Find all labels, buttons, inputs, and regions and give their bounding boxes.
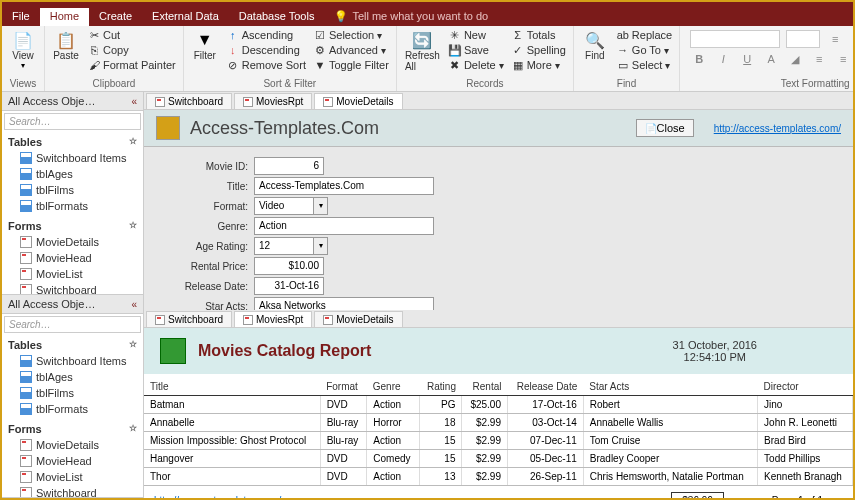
nav-item[interactable]: tblFilms [2, 385, 143, 401]
numbering-button[interactable]: ≡ [850, 30, 855, 48]
refresh-button[interactable]: 🔄Refresh All [401, 28, 444, 74]
bold-button[interactable]: B [690, 50, 708, 68]
nav-group-header[interactable]: Forms☆ [2, 421, 143, 437]
cut-icon: ✂ [88, 29, 100, 41]
nav-header[interactable]: All Access Obje…« [2, 92, 143, 111]
totals-button[interactable]: ΣTotals [509, 28, 569, 42]
age-label: Age Rating: [164, 241, 254, 252]
format-field[interactable]: Video [254, 197, 314, 215]
form-body: Movie ID:6 Title:Access-Templates.Com Fo… [144, 147, 853, 310]
nav-item[interactable]: Switchboard Items [2, 353, 143, 369]
nav-item[interactable]: MovieDetails [2, 437, 143, 453]
tab-moviesrpt[interactable]: MoviesRpt [234, 311, 312, 327]
fill-color-button[interactable]: ◢ [786, 50, 804, 68]
goto-button[interactable]: →Go To ▾ [614, 43, 675, 57]
movie-id-field[interactable]: 6 [254, 157, 324, 175]
genre-field[interactable]: Action [254, 217, 434, 235]
spelling-button[interactable]: ✓Spelling [509, 43, 569, 57]
report-link[interactable]: http://access-templates.com/ [154, 495, 281, 498]
age-dropdown[interactable]: ▾ [314, 237, 328, 255]
nav-item[interactable]: tblAges [2, 369, 143, 385]
tab-moviedetails[interactable]: MovieDetails [314, 93, 402, 109]
nav-item[interactable]: MovieDetails [2, 234, 143, 250]
form-icon [243, 315, 253, 325]
tab-moviesrpt[interactable]: MoviesRpt [234, 93, 312, 109]
nav-item[interactable]: Switchboard [2, 282, 143, 295]
new-button[interactable]: ✳New [446, 28, 507, 42]
remove-sort-button[interactable]: ⊘Remove Sort [224, 58, 309, 72]
bulb-icon: 💡 [334, 10, 348, 22]
selection-icon: ☑ [314, 29, 326, 41]
header-link[interactable]: http://access-templates.com/ [714, 123, 841, 134]
more-button[interactable]: ▦More ▾ [509, 58, 569, 72]
format-painter-button[interactable]: 🖌Format Painter [85, 58, 179, 72]
tab-switchboard[interactable]: Switchboard [146, 93, 232, 109]
font-size-select[interactable] [786, 30, 820, 48]
menu-external-data[interactable]: External Data [142, 8, 229, 26]
align-center-button[interactable]: ≡ [834, 50, 852, 68]
age-field[interactable]: 12 [254, 237, 314, 255]
nav-group-header[interactable]: Tables☆ [2, 134, 143, 150]
copy-button[interactable]: ⎘Copy [85, 43, 179, 57]
view-button[interactable]: 📄View▾ [6, 28, 40, 72]
font-color-button[interactable]: A [762, 50, 780, 68]
view-icon: 📄 [13, 30, 33, 50]
menu-create[interactable]: Create [89, 8, 142, 26]
underline-button[interactable]: U [738, 50, 756, 68]
align-left-button[interactable]: ≡ [810, 50, 828, 68]
format-dropdown[interactable]: ▾ [314, 197, 328, 215]
nav-item[interactable]: MovieHead [2, 250, 143, 266]
filter-button[interactable]: ▼Filter [188, 28, 222, 63]
release-field[interactable]: 31-Oct-16 [254, 277, 324, 295]
italic-button[interactable]: I [714, 50, 732, 68]
tab-moviedetails[interactable]: MovieDetails [314, 311, 402, 327]
replace-button[interactable]: abReplace [614, 28, 675, 42]
nav-item[interactable]: Switchboard Items [2, 150, 143, 166]
star-field[interactable]: Aksa Networks [254, 297, 434, 310]
release-label: Release Date: [164, 281, 254, 292]
menu-home[interactable]: Home [40, 8, 89, 26]
format-label: Format: [164, 201, 254, 212]
font-select[interactable] [690, 30, 780, 48]
toggle-filter-button[interactable]: ▼Toggle Filter [311, 58, 392, 72]
nav-search[interactable]: Search… [4, 113, 141, 130]
nav-search[interactable]: Search… [4, 316, 141, 333]
nav-item[interactable]: tblAges [2, 166, 143, 182]
nav-item[interactable]: tblFormats [2, 401, 143, 417]
close-button[interactable]: 📄Close [636, 119, 694, 137]
tables-icon [20, 355, 32, 367]
nav-item[interactable]: tblFilms [2, 182, 143, 198]
nav-item[interactable]: MovieHead [2, 453, 143, 469]
menu-file[interactable]: File [2, 8, 40, 26]
nav-item[interactable]: Switchboard [2, 485, 143, 498]
price-field[interactable]: $10.00 [254, 257, 324, 275]
paste-button[interactable]: 📋Paste [49, 28, 83, 63]
tables-icon [20, 152, 32, 164]
nav-item[interactable]: MovieList [2, 469, 143, 485]
nav-item[interactable]: tblFormats [2, 198, 143, 214]
sort-asc-button[interactable]: ↑Ascending [224, 28, 309, 42]
find-button[interactable]: 🔍Find [578, 28, 612, 63]
advanced-button[interactable]: ⚙Advanced ▾ [311, 43, 392, 57]
bullets-button[interactable]: ≡ [826, 30, 844, 48]
cut-button[interactable]: ✂Cut [85, 28, 179, 42]
menu-database-tools[interactable]: Database Tools [229, 8, 325, 26]
nav-item[interactable]: MovieList [2, 266, 143, 282]
toggle-icon: ▼ [314, 59, 326, 71]
form-header: Access-Templates.Com 📄Close http://acces… [144, 110, 853, 147]
tab-switchboard[interactable]: Switchboard [146, 311, 232, 327]
sort-desc-button[interactable]: ↓Descending [224, 43, 309, 57]
tables-icon [20, 387, 32, 399]
select-button[interactable]: ▭Select ▾ [614, 58, 675, 72]
col-header: Star Acts [583, 378, 757, 396]
nav-group-header[interactable]: Forms☆ [2, 218, 143, 234]
nav-group-header[interactable]: Tables☆ [2, 337, 143, 353]
title-field[interactable]: Access-Templates.Com [254, 177, 434, 195]
tables-icon [20, 184, 32, 196]
selection-button[interactable]: ☑Selection ▾ [311, 28, 392, 42]
delete-button[interactable]: ✖Delete ▾ [446, 58, 507, 72]
tell-me[interactable]: 💡Tell me what you want to do [324, 8, 498, 26]
save-button[interactable]: 💾Save [446, 43, 507, 57]
nav-header[interactable]: All Access Obje…« [2, 295, 143, 314]
save-icon: 💾 [449, 44, 461, 56]
